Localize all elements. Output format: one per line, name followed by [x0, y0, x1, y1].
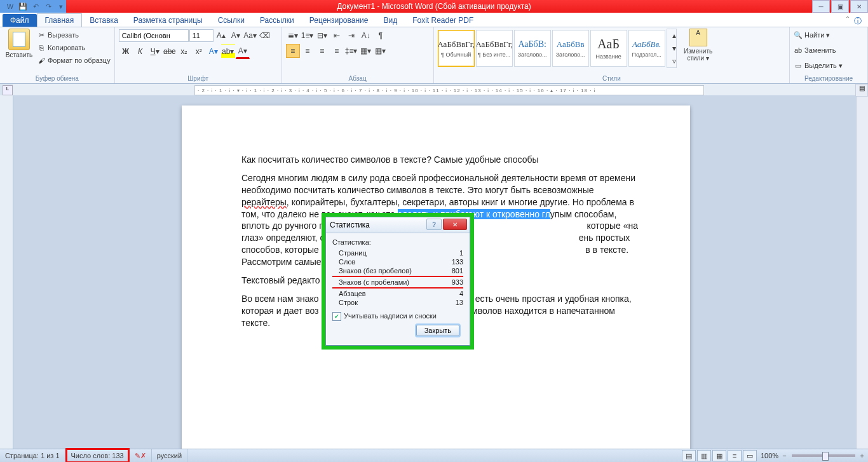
status-proofing-icon[interactable]: ✎✗: [130, 449, 152, 462]
tab-references[interactable]: Ссылки: [210, 14, 252, 27]
checkbox-icon[interactable]: ✔: [332, 312, 341, 321]
tab-mailings[interactable]: Рассылки: [252, 14, 302, 27]
font-color-icon[interactable]: A▾: [236, 44, 250, 59]
copy-button[interactable]: ⎘Копировать: [37, 41, 111, 54]
doc-heading: Как посчитать количество символов в текс…: [241, 154, 642, 166]
ruler-horizontal[interactable]: L · 2 · і · 1 · і · ▾ · і · 1 · і · 2 · …: [13, 84, 868, 96]
style-nospacing[interactable]: АаБбВвГг,¶ Без инте...: [476, 30, 513, 67]
find-icon: 🔍: [794, 31, 803, 39]
dialog-close-button[interactable]: ✕: [443, 219, 467, 230]
align-center-icon[interactable]: ≡: [301, 44, 315, 58]
undo-icon[interactable]: ↶: [31, 1, 41, 11]
underline-button[interactable]: Ч▾: [148, 44, 162, 58]
dialog-help-button[interactable]: ?: [426, 219, 442, 230]
cut-button[interactable]: ✂Вырезать: [37, 29, 111, 41]
tab-home[interactable]: Главная: [37, 13, 83, 27]
zoom-in-button[interactable]: +: [860, 452, 864, 459]
statistics-table: Страниц1 Слов133 Знаков (без пробелов)80…: [332, 248, 463, 307]
indent-inc-icon[interactable]: ⇥: [344, 29, 358, 43]
view-web-icon[interactable]: ▦: [712, 450, 726, 461]
tab-selector[interactable]: L: [3, 85, 13, 95]
brush-icon: 🖌: [37, 56, 46, 65]
format-painter-button[interactable]: 🖌Формат по образцу: [37, 54, 111, 67]
bold-button[interactable]: Ж: [119, 44, 133, 58]
statistics-dialog: Статистика ? ✕ Статистика: Страниц1 Слов…: [325, 217, 470, 346]
dialog-close-main-button[interactable]: Закрыть: [416, 325, 459, 336]
line-spacing-icon[interactable]: ‡≡▾: [344, 44, 358, 58]
style-subtitle[interactable]: АаБбВв.Подзагол...: [628, 30, 665, 67]
ruler-toggle-icon[interactable]: ▤: [855, 84, 868, 97]
subscript-button[interactable]: x₂: [177, 44, 191, 58]
superscript-button[interactable]: x²: [192, 44, 206, 58]
save-icon[interactable]: 💾: [18, 1, 28, 11]
tab-file[interactable]: Файл: [3, 14, 37, 27]
justify-icon[interactable]: ≡: [330, 44, 344, 58]
grow-font-icon[interactable]: A▴: [214, 29, 228, 43]
find-button[interactable]: 🔍Найти ▾: [794, 29, 830, 41]
redo-icon[interactable]: ↷: [43, 1, 53, 11]
dialog-titlebar[interactable]: Статистика ? ✕: [326, 217, 470, 233]
status-word-count[interactable]: Число слов: 133: [65, 448, 130, 462]
shrink-font-icon[interactable]: A▾: [229, 29, 243, 43]
tab-review[interactable]: Рецензирование: [302, 14, 376, 27]
minimize-button[interactable]: ─: [812, 0, 830, 13]
maximize-button[interactable]: ▣: [831, 0, 849, 13]
scissors-icon: ✂: [37, 31, 46, 39]
paste-button[interactable]: Вставить: [4, 29, 34, 58]
zoom-slider[interactable]: [792, 454, 855, 457]
scrollbar-vertical[interactable]: ▤: [856, 95, 868, 449]
qat-more-icon[interactable]: ▾: [56, 1, 66, 11]
tab-page-layout[interactable]: Разметка страницы: [126, 14, 210, 27]
annotation-underline: [332, 287, 463, 289]
style-heading1[interactable]: АаБбВ:Заголово...: [514, 30, 551, 67]
style-normal[interactable]: АаБбВвГг,¶ Обычный: [438, 30, 475, 67]
show-marks-icon[interactable]: ¶: [374, 29, 388, 43]
style-heading2[interactable]: АаБбВвЗаголово...: [552, 30, 589, 67]
tab-view[interactable]: Вид: [376, 14, 405, 27]
ribbon-minimize-icon[interactable]: ˆ: [846, 16, 849, 27]
view-draft-icon[interactable]: ▭: [743, 450, 757, 461]
zoom-out-button[interactable]: −: [782, 452, 786, 459]
view-print-icon[interactable]: ▤: [682, 450, 696, 461]
style-title[interactable]: АаБНазвание: [590, 30, 627, 67]
status-page[interactable]: Страница: 1 из 1: [0, 449, 65, 462]
table-row: Знаков (с пробелами)933: [332, 278, 463, 287]
clear-format-icon[interactable]: ⌫: [258, 29, 272, 43]
group-paragraph: ≣▾ 1≡▾ ⊟▾ ⇤ ⇥ A↓ ¶ ≡ ≡ ≡ ≡ ‡≡▾ ▦▾ ▦▾ Абз…: [282, 27, 434, 83]
indent-dec-icon[interactable]: ⇤: [330, 29, 344, 43]
font-size-select[interactable]: 11: [189, 29, 214, 42]
annotation-underline: [332, 276, 463, 277]
borders-icon[interactable]: ▦▾: [374, 44, 388, 58]
align-right-icon[interactable]: ≡: [315, 44, 329, 58]
change-case-icon[interactable]: Aa▾: [243, 29, 257, 43]
ruler-vertical[interactable]: [0, 95, 13, 449]
text-effects-icon[interactable]: A▾: [207, 44, 220, 58]
view-outline-icon[interactable]: ≡: [728, 450, 742, 461]
status-bar: Страница: 1 из 1 Число слов: 133 ✎✗ русс…: [0, 449, 868, 462]
tab-insert[interactable]: Вставка: [82, 14, 126, 27]
numbering-icon[interactable]: 1≡▾: [301, 29, 315, 43]
change-styles-button[interactable]: A Изменить стили ▾: [679, 29, 717, 62]
multilevel-icon[interactable]: ⊟▾: [315, 29, 329, 43]
view-read-icon[interactable]: ▥: [697, 450, 711, 461]
italic-button[interactable]: К: [133, 44, 147, 58]
font-name-select[interactable]: Calibri (Основн: [119, 29, 189, 42]
dialog-title-text: Статистика: [330, 221, 370, 229]
replace-button[interactable]: abЗаменить: [794, 44, 836, 57]
sort-icon[interactable]: A↓: [359, 29, 373, 43]
close-button[interactable]: ✕: [850, 0, 868, 13]
status-language[interactable]: русский: [152, 449, 187, 462]
bullets-icon[interactable]: ≣▾: [286, 29, 300, 43]
help-icon[interactable]: ⓘ: [854, 16, 862, 27]
window-controls: ─ ▣ ✕: [811, 0, 868, 13]
ribbon-tabs: Файл Главная Вставка Разметка страницы С…: [0, 13, 868, 27]
strike-button[interactable]: abc: [163, 44, 177, 58]
select-button[interactable]: ▭Выделить ▾: [794, 59, 843, 72]
quick-access-toolbar: W 💾 ↶ ↷ ▾: [0, 0, 66, 13]
zoom-level[interactable]: 100%: [761, 452, 778, 459]
tab-foxit[interactable]: Foxit Reader PDF: [405, 14, 481, 27]
align-left-icon[interactable]: ≡: [286, 44, 300, 58]
highlight-icon[interactable]: ab▾: [221, 44, 235, 58]
checkbox-row[interactable]: ✔Учитывать надписи и сноски: [332, 312, 463, 321]
shading-icon[interactable]: ▦▾: [359, 44, 373, 58]
